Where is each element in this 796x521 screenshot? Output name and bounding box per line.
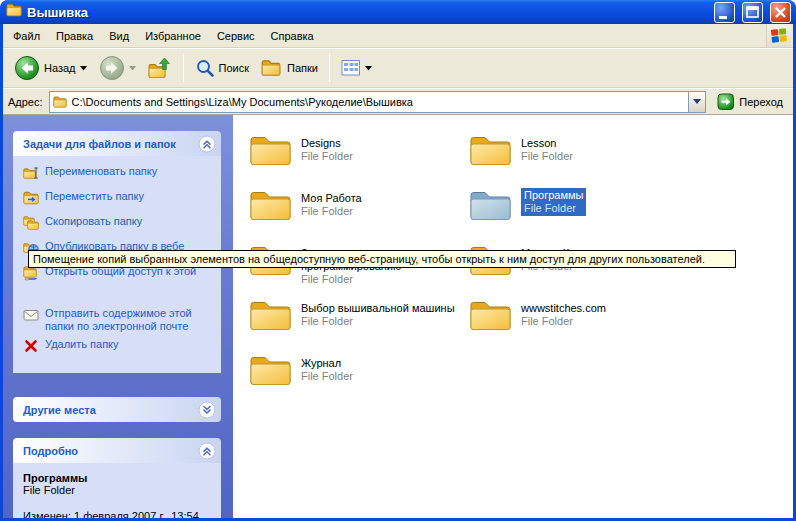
folder-name: Программы	[524, 189, 583, 202]
back-label: Назад	[44, 62, 76, 74]
rename-icon	[23, 165, 39, 185]
menu-item-edit[interactable]: Правка	[48, 26, 101, 46]
menu-item-file[interactable]: Файл	[5, 26, 48, 46]
window-folder-icon	[6, 2, 22, 22]
folders-icon	[261, 58, 283, 78]
task-label: Отправить содержимое этой папки по элект…	[45, 307, 217, 333]
chevron-down-icon[interactable]	[198, 401, 216, 419]
address-input[interactable]: C:\Documents and Settings\Liza\My Docume…	[49, 91, 707, 113]
details-pane-title: Подробно	[23, 445, 198, 457]
email-icon	[23, 307, 39, 327]
folders-label: Папки	[287, 62, 318, 74]
folder-type: File Folder	[524, 202, 583, 215]
minimize-button[interactable]	[714, 2, 735, 23]
task-pane-sidebar: Задачи для файлов и папок Переименовать …	[3, 115, 233, 518]
menu-bar: Файл Правка Вид Избранное Сервис Справка	[3, 24, 793, 48]
go-button[interactable]: Переход	[712, 91, 788, 113]
folder-tile-zhurnal[interactable]: ЖурналFile Folder	[249, 353, 461, 408]
folder-name: Designs	[301, 137, 353, 150]
back-icon	[14, 55, 40, 81]
folder-name: wwwstitches.com	[521, 302, 606, 315]
folders-button[interactable]: Папки	[256, 55, 323, 81]
folder-icon[interactable]	[469, 188, 513, 226]
go-icon	[717, 93, 735, 111]
folder-type: File Folder	[301, 315, 455, 328]
folder-name: Моя Работа	[301, 192, 362, 205]
delete-x-icon	[23, 338, 39, 358]
tasks-pane-title: Задачи для файлов и папок	[23, 138, 198, 150]
chevron-up-icon[interactable]	[198, 135, 216, 153]
toolbar-separator	[183, 54, 184, 82]
folder-tile-lesson[interactable]: LessonFile Folder	[469, 133, 681, 188]
folder-icon[interactable]	[469, 298, 513, 336]
go-label: Переход	[739, 96, 783, 108]
task-label: Переименовать папку	[45, 165, 157, 178]
folder-icon[interactable]	[249, 298, 293, 336]
forward-dropdown-icon	[129, 66, 136, 71]
tooltip: Помещение копий выбранных элементов на о…	[28, 250, 736, 268]
folder-tile-designs[interactable]: DesignsFile Folder	[249, 133, 461, 188]
address-folder-icon	[53, 94, 68, 109]
folder-icon[interactable]	[249, 353, 293, 391]
folder-tile-vybor-mashiny[interactable]: Выбор вышивальной машиныFile Folder	[249, 298, 461, 353]
maximize-button[interactable]	[742, 2, 763, 23]
menu-item-help[interactable]: Справка	[263, 26, 322, 46]
other-places-header[interactable]: Другие места	[13, 397, 221, 422]
window-title: Вышивка	[27, 5, 707, 20]
toolbar: Назад Поиск Папки	[3, 48, 793, 88]
details-folder-name: Программы	[23, 472, 217, 484]
task-label: Скопировать папку	[45, 215, 142, 228]
maximize-icon	[743, 3, 762, 22]
other-places-title: Другие места	[23, 404, 198, 416]
details-folder-type: File Folder	[23, 484, 217, 496]
details-pane-header[interactable]: Подробно	[13, 438, 221, 463]
menu-item-favorites[interactable]: Избранное	[137, 26, 209, 46]
task-copy-folder[interactable]: Скопировать папку	[23, 215, 217, 235]
task-rename-folder[interactable]: Переименовать папку	[23, 165, 217, 185]
address-label: Адрес:	[8, 96, 43, 108]
chevron-up-icon[interactable]	[198, 442, 216, 460]
folder-tile-programmy-selected[interactable]: ПрограммыFile Folder	[469, 188, 681, 243]
address-dropdown-button[interactable]	[688, 92, 705, 112]
title-bar[interactable]: Вышивка	[0, 0, 796, 24]
folder-type: File Folder	[521, 315, 606, 328]
task-email-folder[interactable]: Отправить содержимое этой папки по элект…	[23, 307, 217, 333]
folder-icon[interactable]	[469, 133, 513, 171]
back-button[interactable]: Назад	[9, 52, 92, 84]
folder-type: File Folder	[301, 370, 353, 383]
menu-item-view[interactable]: Вид	[101, 26, 137, 46]
folder-type: File Folder	[521, 150, 573, 163]
other-places-pane: Другие места	[13, 397, 221, 422]
minimize-icon	[715, 3, 734, 22]
close-button[interactable]	[770, 2, 791, 23]
task-move-folder[interactable]: Переместить папку	[23, 190, 217, 210]
details-modified: Изменен: 1 февраля 2007 г., 13:54	[23, 510, 217, 518]
explorer-window: Вышивка Файл Правка Вид Избранное Сервис…	[0, 0, 796, 521]
toolbar-separator	[329, 54, 330, 82]
task-share-folder[interactable]: Открыть общий доступ к этой	[23, 265, 217, 285]
folder-name: Lesson	[521, 137, 573, 150]
details-pane: Подробно Программы File Folder Изменен: …	[13, 438, 221, 518]
copy-icon	[23, 215, 39, 235]
task-delete-folder[interactable]: Удалить папку	[23, 338, 217, 358]
windows-logo-icon	[766, 24, 791, 47]
search-button[interactable]: Поиск	[190, 55, 254, 81]
up-button[interactable]	[143, 53, 177, 83]
tasks-pane-header[interactable]: Задачи для файлов и папок	[13, 131, 221, 156]
task-label: Переместить папку	[45, 190, 144, 203]
details-pane-body: Программы File Folder Изменен: 1 февраля…	[13, 463, 221, 518]
forward-button[interactable]	[94, 52, 141, 84]
folder-icon[interactable]	[249, 188, 293, 226]
folder-tile-wwwstitches[interactable]: wwwstitches.comFile Folder	[469, 298, 681, 353]
close-icon	[771, 3, 790, 22]
task-label: Удалить папку	[45, 338, 119, 351]
file-list-area[interactable]: DesignsFile Folder LessonFile Folder Моя…	[233, 115, 793, 518]
folder-tile-moya-rabota[interactable]: Моя РаботаFile Folder	[249, 188, 461, 243]
views-button[interactable]	[336, 56, 377, 80]
address-bar: Адрес: C:\Documents and Settings\Liza\My…	[3, 88, 793, 115]
folder-type: File Folder	[301, 273, 461, 286]
folder-icon[interactable]	[249, 133, 293, 171]
search-icon	[195, 58, 215, 78]
folder-name: Журнал	[301, 357, 353, 370]
menu-item-tools[interactable]: Сервис	[209, 26, 263, 46]
